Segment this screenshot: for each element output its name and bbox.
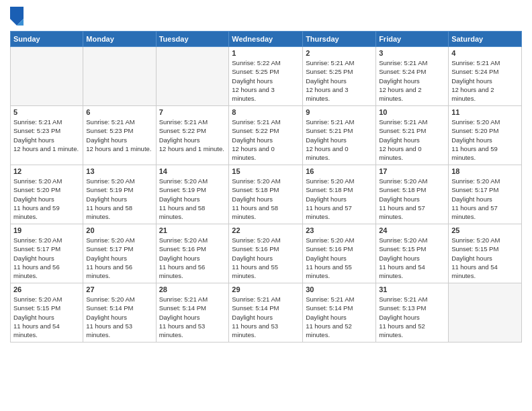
sunset-label: Sunset: 5:18 PM xyxy=(232,186,279,193)
sunset-label: Sunset: 5:18 PM xyxy=(379,186,426,193)
day-info: Sunrise: 5:21 AMSunset: 5:14 PMDaylight … xyxy=(159,295,226,339)
day-number: 17 xyxy=(379,167,445,175)
day-info: Sunrise: 5:21 AMSunset: 5:24 PMDaylight … xyxy=(451,58,519,103)
day-number: 5 xyxy=(13,108,80,116)
calendar-table: SundayMondayTuesdayWednesdayThursdayFrid… xyxy=(10,31,522,342)
day-cell: 31Sunrise: 5:21 AMSunset: 5:13 PMDayligh… xyxy=(376,283,449,342)
day-number: 1 xyxy=(232,49,300,57)
sunrise-label: Sunrise: 5:20 AM xyxy=(306,177,354,185)
day-info: Sunrise: 5:21 AMSunset: 5:24 PMDaylight … xyxy=(379,58,445,103)
day-info: Sunrise: 5:20 AMSunset: 5:18 PMDaylight … xyxy=(306,177,373,221)
daylight-value: 11 hours and 57 minutes. xyxy=(306,204,352,220)
daylight-value: 11 hours and 52 minutes. xyxy=(379,322,425,338)
day-number: 19 xyxy=(13,226,80,234)
daylight-label: Daylight hours xyxy=(451,136,492,144)
sunset-label: Sunset: 5:16 PM xyxy=(306,245,353,253)
day-cell: 12Sunrise: 5:20 AMSunset: 5:20 PMDayligh… xyxy=(11,165,83,224)
daylight-label: Daylight hours xyxy=(379,195,420,203)
day-info: Sunrise: 5:20 AMSunset: 5:15 PMDaylight … xyxy=(379,236,445,280)
sunrise-label: Sunrise: 5:20 AM xyxy=(306,236,354,244)
day-cell: 22Sunrise: 5:20 AMSunset: 5:16 PMDayligh… xyxy=(229,224,303,283)
sunrise-label: Sunrise: 5:22 AM xyxy=(232,59,280,66)
calendar-header-thursday: Thursday xyxy=(303,32,376,47)
day-number: 30 xyxy=(306,285,373,293)
day-cell xyxy=(11,47,83,106)
day-number: 3 xyxy=(379,49,445,57)
day-info: Sunrise: 5:20 AMSunset: 5:17 PMDaylight … xyxy=(451,177,519,221)
daylight-label: Daylight hours xyxy=(306,314,347,321)
day-info: Sunrise: 5:21 AMSunset: 5:25 PMDaylight … xyxy=(306,58,373,103)
daylight-value: 11 hours and 53 minutes. xyxy=(232,322,278,338)
sunrise-label: Sunrise: 5:20 AM xyxy=(232,236,280,244)
day-number: 27 xyxy=(86,285,152,293)
calendar-header-tuesday: Tuesday xyxy=(156,32,229,47)
daylight-label: Daylight hours xyxy=(13,136,54,144)
daylight-value: 11 hours and 55 minutes. xyxy=(232,263,278,279)
day-number: 16 xyxy=(306,167,373,175)
day-number: 18 xyxy=(451,167,519,175)
daylight-label: Daylight hours xyxy=(13,195,54,203)
day-info: Sunrise: 5:21 AMSunset: 5:13 PMDaylight … xyxy=(379,295,445,339)
daylight-label: Daylight hours xyxy=(379,136,420,144)
daylight-value: 12 hours and 0 minutes. xyxy=(232,145,274,161)
day-number: 21 xyxy=(159,226,226,234)
day-cell: 28Sunrise: 5:21 AMSunset: 5:14 PMDayligh… xyxy=(156,283,229,342)
daylight-label: Daylight hours xyxy=(451,255,492,262)
sunrise-label: Sunrise: 5:20 AM xyxy=(86,177,134,185)
sunset-label: Sunset: 5:21 PM xyxy=(306,127,353,134)
week-row-0: 1Sunrise: 5:22 AMSunset: 5:25 PMDaylight… xyxy=(11,47,522,106)
daylight-value: 11 hours and 58 minutes. xyxy=(232,204,278,220)
day-number: 8 xyxy=(232,108,300,116)
day-cell xyxy=(83,47,156,106)
day-number: 10 xyxy=(379,108,445,116)
sunrise-label: Sunrise: 5:21 AM xyxy=(13,118,62,126)
sunrise-label: Sunrise: 5:21 AM xyxy=(86,118,134,126)
daylight-value: 11 hours and 59 minutes. xyxy=(13,204,60,220)
day-info: Sunrise: 5:21 AMSunset: 5:14 PMDaylight … xyxy=(232,295,300,339)
daylight-label: Daylight hours xyxy=(86,314,127,321)
sunrise-label: Sunrise: 5:20 AM xyxy=(451,236,500,244)
day-info: Sunrise: 5:20 AMSunset: 5:16 PMDaylight … xyxy=(232,236,300,280)
sunrise-label: Sunrise: 5:20 AM xyxy=(86,236,134,244)
sunset-label: Sunset: 5:15 PM xyxy=(13,304,60,312)
daylight-value: 11 hours and 53 minutes. xyxy=(86,322,132,338)
sunset-label: Sunset: 5:21 PM xyxy=(379,127,426,134)
day-cell: 9Sunrise: 5:21 AMSunset: 5:21 PMDaylight… xyxy=(303,106,376,165)
day-info: Sunrise: 5:21 AMSunset: 5:14 PMDaylight … xyxy=(306,295,373,339)
day-info: Sunrise: 5:20 AMSunset: 5:15 PMDaylight … xyxy=(13,295,80,339)
sunset-label: Sunset: 5:19 PM xyxy=(159,186,206,193)
day-info: Sunrise: 5:20 AMSunset: 5:20 PMDaylight … xyxy=(13,177,80,221)
sunset-label: Sunset: 5:17 PM xyxy=(451,186,498,193)
day-number: 6 xyxy=(86,108,152,116)
day-cell: 14Sunrise: 5:20 AMSunset: 5:19 PMDayligh… xyxy=(156,165,229,224)
daylight-label: Daylight hours xyxy=(159,136,200,144)
sunrise-label: Sunrise: 5:20 AM xyxy=(13,295,62,303)
day-number: 20 xyxy=(86,226,152,234)
sunrise-label: Sunrise: 5:21 AM xyxy=(451,59,500,66)
logo-icon xyxy=(10,7,24,26)
sunset-label: Sunset: 5:16 PM xyxy=(232,245,279,253)
day-number: 31 xyxy=(379,285,445,293)
sunrise-label: Sunrise: 5:20 AM xyxy=(379,236,427,244)
day-cell: 27Sunrise: 5:20 AMSunset: 5:14 PMDayligh… xyxy=(83,283,156,342)
day-cell: 30Sunrise: 5:21 AMSunset: 5:14 PMDayligh… xyxy=(303,283,376,342)
day-number: 26 xyxy=(13,285,80,293)
day-cell: 18Sunrise: 5:20 AMSunset: 5:17 PMDayligh… xyxy=(449,165,522,224)
sunrise-label: Sunrise: 5:20 AM xyxy=(159,177,208,185)
day-cell: 7Sunrise: 5:21 AMSunset: 5:22 PMDaylight… xyxy=(156,106,229,165)
day-cell: 21Sunrise: 5:20 AMSunset: 5:16 PMDayligh… xyxy=(156,224,229,283)
sunrise-label: Sunrise: 5:21 AM xyxy=(379,295,427,303)
daylight-label: Daylight hours xyxy=(232,255,273,262)
day-info: Sunrise: 5:20 AMSunset: 5:15 PMDaylight … xyxy=(451,236,519,280)
day-cell: 8Sunrise: 5:21 AMSunset: 5:22 PMDaylight… xyxy=(229,106,303,165)
daylight-value: 12 hours and 3 minutes. xyxy=(306,86,348,102)
daylight-label: Daylight hours xyxy=(306,255,347,262)
daylight-label: Daylight hours xyxy=(232,314,273,321)
daylight-value: 12 hours and 1 minute. xyxy=(86,145,151,152)
sunset-label: Sunset: 5:25 PM xyxy=(306,68,353,75)
daylight-value: 11 hours and 54 minutes. xyxy=(13,322,60,338)
sunrise-label: Sunrise: 5:20 AM xyxy=(232,177,280,185)
day-cell xyxy=(449,283,522,342)
sunrise-label: Sunrise: 5:21 AM xyxy=(379,118,427,126)
daylight-value: 11 hours and 57 minutes. xyxy=(451,204,498,220)
